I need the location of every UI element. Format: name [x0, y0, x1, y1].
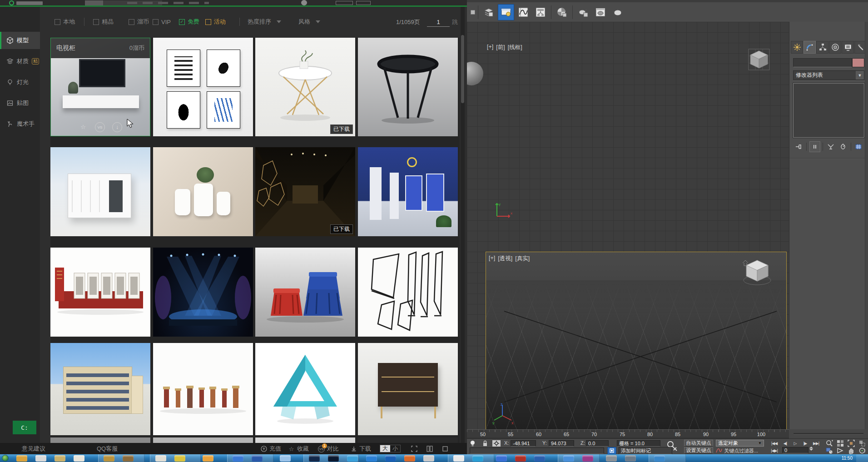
- zoom-extents-icon[interactable]: [848, 440, 855, 447]
- taskbar-app-icon[interactable]: [252, 455, 263, 462]
- checkbox-icon[interactable]: [153, 19, 159, 25]
- model-tile-corridor[interactable]: 已下载: [255, 147, 355, 236]
- isolate-selection-toggle-icon[interactable]: [607, 447, 616, 454]
- scene-explorer-icon[interactable]: [498, 4, 514, 20]
- feedback-link[interactable]: 意见建议: [22, 445, 45, 453]
- x-coord-field[interactable]: -48.941: [511, 440, 536, 447]
- modifier-stack-list[interactable]: [793, 83, 864, 138]
- tab-modify-icon[interactable]: [804, 41, 816, 54]
- page-jump-button[interactable]: 跳: [452, 18, 458, 26]
- viewport-persp-label[interactable]: [+] [透视] [真实]: [489, 255, 530, 263]
- viewcube-perspective[interactable]: [740, 257, 774, 290]
- user-avatar[interactable]: [301, 0, 307, 5]
- object-color-swatch[interactable]: [852, 58, 864, 67]
- viewport-view-name[interactable]: [前]: [496, 44, 505, 51]
- clipped-toolbar-icon[interactable]: [467, 4, 476, 20]
- pan-arrow-icon[interactable]: [837, 447, 844, 454]
- model-tile-building[interactable]: [50, 343, 150, 435]
- make-unique-icon[interactable]: [838, 142, 848, 152]
- model-tile-plastic-stools[interactable]: [255, 248, 355, 337]
- viewport-view-name[interactable]: [透视]: [498, 255, 512, 263]
- taskbar-app-icon[interactable]: [74, 455, 84, 462]
- sidebar-item-lights[interactable]: 灯光: [0, 74, 40, 91]
- fullscreen-icon[interactable]: [411, 445, 418, 454]
- viewcube-front[interactable]: [745, 45, 773, 75]
- model-tile-round-side-table[interactable]: 已下载: [255, 38, 355, 136]
- compare-vs-icon[interactable]: VS: [95, 122, 105, 132]
- material-editor-icon[interactable]: [554, 4, 570, 20]
- checkbox-icon[interactable]: [55, 19, 60, 25]
- taskbar-app-icon[interactable]: [174, 455, 185, 462]
- timeline-track[interactable]: 50 55 60 65 70 75 80 85 90 95 100: [467, 429, 789, 438]
- modifier-list-dropdown[interactable]: 修改器列表 ▼: [793, 70, 864, 80]
- tab-motion-icon[interactable]: [829, 41, 841, 54]
- taskbar-app-icon[interactable]: [16, 455, 27, 462]
- taskbar-app-icon[interactable]: [654, 455, 665, 462]
- taskbar-app-icon[interactable]: [328, 455, 339, 462]
- taskbar-app-icon[interactable]: [496, 455, 507, 462]
- pin-stack-icon[interactable]: [794, 142, 804, 152]
- taskbar-app-icon[interactable]: [203, 455, 213, 462]
- start-button[interactable]: [2, 455, 9, 462]
- zoom-all-icon[interactable]: [837, 440, 844, 447]
- rendered-frame-window-icon[interactable]: [592, 4, 609, 20]
- filter-activity[interactable]: 活动: [205, 16, 226, 27]
- zoom-icon[interactable]: [826, 440, 833, 447]
- taskbar-app-icon[interactable]: [404, 455, 415, 462]
- model-tile-bollards[interactable]: [153, 343, 253, 435]
- play-button[interactable]: ▷: [790, 440, 800, 447]
- curve-editor-icon[interactable]: [515, 4, 531, 20]
- download-icon[interactable]: ↓: [112, 122, 122, 132]
- taskbar-app-icon[interactable]: [472, 455, 483, 462]
- taskbar-app-icon[interactable]: [104, 455, 114, 462]
- taskbar-app-icon[interactable]: [625, 455, 636, 462]
- sort-by-heat-dropdown[interactable]: 热度排序: [248, 16, 281, 27]
- layer-manager-icon[interactable]: [481, 4, 497, 20]
- lock-stack-icon[interactable]: [809, 141, 820, 152]
- favorites-button[interactable]: ☆ 收藏: [288, 445, 309, 453]
- taskbar-app-icon[interactable]: [309, 455, 320, 462]
- z-coord-field[interactable]: 0.0: [586, 440, 609, 447]
- viewport-front[interactable]: [+] [前] [线框] xy [+] [透视]: [467, 22, 789, 429]
- model-tile-cyan-table[interactable]: [255, 343, 355, 435]
- viewport-front-label[interactable]: [+] [前] [线框]: [487, 44, 522, 51]
- configure-modifier-sets-icon[interactable]: [853, 142, 863, 152]
- model-tile-wire-screens[interactable]: [358, 248, 458, 337]
- page-number-input[interactable]: [427, 17, 450, 27]
- checkbox-checked-icon[interactable]: ✓: [179, 19, 185, 25]
- model-tile-kiosk[interactable]: [50, 147, 150, 236]
- topbar-button-1[interactable]: [336, 1, 353, 5]
- auto-key-button[interactable]: 自动关键点: [684, 440, 713, 447]
- go-to-start-button[interactable]: |◀◀: [769, 440, 779, 447]
- sidebar-item-textures[interactable]: 贴图: [0, 94, 40, 112]
- taskbar-app-icon[interactable]: [582, 455, 593, 462]
- checkbox-icon[interactable]: [129, 19, 134, 25]
- column-view-icon[interactable]: [426, 445, 433, 454]
- current-frame-field[interactable]: 0: [782, 447, 808, 453]
- dropdown-arrow-icon[interactable]: ▼: [856, 71, 864, 79]
- taskbar-app-icon[interactable]: [606, 455, 617, 462]
- taskbar-app-icon[interactable]: [347, 455, 358, 462]
- taskbar-app-icon[interactable]: [123, 455, 134, 462]
- compare-button[interactable]: VS1 对比: [318, 445, 339, 453]
- qq-service-link[interactable]: QQ客服: [97, 445, 118, 453]
- pan-hand-icon[interactable]: [848, 447, 855, 454]
- viewport-shading-mode[interactable]: [真实]: [515, 255, 530, 263]
- sidebar-item-materials[interactable]: 材质 精: [0, 53, 40, 70]
- grid-view-icon[interactable]: [441, 445, 449, 454]
- model-tile-tv-cabinet[interactable]: 电视柜 0溜币 ☆ VS ↓: [50, 38, 150, 136]
- previous-frame-button[interactable]: ◀|: [780, 440, 790, 447]
- render-production-icon[interactable]: [610, 4, 626, 20]
- recharge-button[interactable]: 充值: [260, 445, 281, 453]
- set-key-button[interactable]: 设置关键点: [684, 447, 713, 454]
- topbar-button-2[interactable]: [356, 1, 371, 5]
- tab-display-icon[interactable]: [842, 41, 854, 54]
- tab-hierarchy-icon[interactable]: [816, 41, 828, 54]
- taskbar-app-icon[interactable]: [534, 455, 545, 462]
- checkbox-icon[interactable]: [205, 19, 211, 25]
- model-tile-tray-table[interactable]: [358, 38, 458, 136]
- object-name-field[interactable]: [793, 58, 852, 67]
- grid-scrollbar[interactable]: [461, 7, 465, 443]
- model-tile-culture-wall[interactable]: [50, 248, 150, 337]
- command-panel-scrollbar[interactable]: [865, 22, 868, 429]
